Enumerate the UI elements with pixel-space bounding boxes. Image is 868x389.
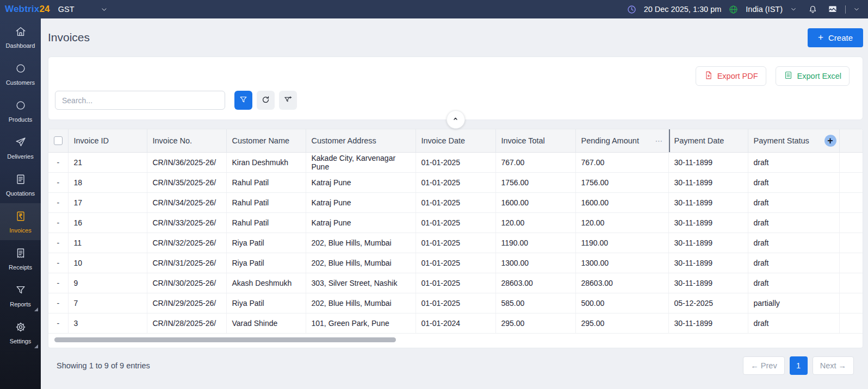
apply-filter-button[interactable] [234,91,252,110]
sidebar-item-invoices[interactable]: Invoices [0,203,41,240]
sidebar-item-customers[interactable]: Customers [0,55,41,92]
cell-invoice-total: 1756.00 [495,172,575,192]
cell-payment-date: 30-11-1899 [668,273,748,293]
org-selector-value: GST [58,5,75,14]
sidebar-item-settings[interactable]: Settings [0,314,41,351]
add-column-plus-icon[interactable]: + [824,135,836,147]
row-expander[interactable]: - [48,253,68,273]
search-input[interactable] [55,91,225,110]
sidebar-item-dashboard[interactable]: Dashboard [0,18,41,55]
row-expander[interactable]: - [48,233,68,253]
column-menu-dots-icon[interactable]: ⋯ [655,136,664,145]
cell-partial [839,253,863,273]
export-pdf-button[interactable]: Export PDF [696,66,766,86]
cell-invoice-date: 01-01-2025 [416,273,495,293]
cell-invoice-id: 16 [68,212,147,233]
table-row: - 18 CR/IN/35/2025-26/ Rahul Patil Katra… [48,172,863,192]
refresh-icon [261,95,270,106]
row-expander[interactable]: - [48,192,68,212]
cell-invoice-no: CR/IN/34/2025-26/ [147,192,226,212]
cell-invoice-date: 01-01-2025 [416,212,495,233]
row-expander[interactable]: - [48,293,68,313]
sidebar-item-label: Reports [10,301,31,308]
cell-invoice-no: CR/IN/30/2025-26/ [147,273,226,293]
cell-payment-status: draft [748,273,839,293]
cell-payment-status: draft [748,313,839,333]
horizontal-scrollbar-thumb[interactable] [54,337,396,342]
sidebar-item-label: Deliveries [7,153,33,160]
cell-payment-status: draft [748,192,839,212]
cell-invoice-total: 1300.00 [495,253,575,273]
sidebar-item-label: Invoices [9,227,31,234]
cell-payment-date: 30-11-1899 [668,313,748,333]
chevron-down-icon [100,5,108,14]
column-header-payment-date[interactable]: Payment Date [668,129,748,152]
table-row: - 21 CR/IN/36/2025-26/ Kiran Deshmukh Ka… [48,152,863,172]
invoice-table-body: - 21 CR/IN/36/2025-26/ Kiran Deshmukh Ka… [48,152,863,333]
cell-partial [839,313,863,333]
sidebar-item-label: Dashboard [6,42,35,49]
circle-icon [15,99,27,112]
account-menu-chevron-icon[interactable] [853,5,860,13]
export-excel-button[interactable]: Export Excel [776,66,850,86]
sidebar-item-deliveries[interactable]: Deliveries [0,129,41,166]
cell-customer-name: Rahul Patil [226,212,306,233]
cell-invoice-id: 10 [68,253,147,273]
main-content: Invoices + Create Export PDF Export Exce… [41,18,868,389]
current-page-button[interactable]: 1 [790,356,808,375]
region-selector-value[interactable]: India (IST) [746,5,783,14]
column-header-payment-status[interactable]: Payment Status + [748,129,839,152]
cell-invoice-date: 01-01-2025 [416,172,495,192]
select-all-checkbox[interactable] [54,136,63,145]
cell-invoice-date: 01-01-2025 [416,192,495,212]
refresh-button[interactable] [257,91,275,110]
funnel-icon [239,95,248,106]
column-header-invoice-total[interactable]: Invoice Total [495,129,575,152]
collapse-panel-button[interactable] [447,110,465,129]
cell-partial [839,233,863,253]
sidebar-item-products[interactable]: Products [0,92,41,129]
create-button[interactable]: + Create [808,28,863,47]
cell-invoice-no: CR/IN/31/2025-26/ [147,253,226,273]
cell-payment-date: 30-11-1899 [668,212,748,233]
table-row: - 11 CR/IN/32/2025-26/ Riya Patil 202, B… [48,233,863,253]
sidebar-item-receipts[interactable]: Receipts [0,240,41,277]
cell-pending-amount: 1300.00 [575,253,668,273]
column-header-invoice-no[interactable]: Invoice No. [147,129,226,152]
row-expander[interactable]: - [48,212,68,233]
cell-pending-amount: 500.00 [575,293,668,313]
cell-invoice-total: 767.00 [495,152,575,172]
cell-customer-address: Katraj Pune [306,212,416,233]
cell-partial [839,212,863,233]
cell-customer-name: Kiran Deshmukh [226,152,306,172]
prev-page-button[interactable]: ← Prev [743,356,784,375]
funnel-plus-icon [283,95,293,106]
sidebar-item-quotations[interactable]: Quotations [0,166,41,203]
cell-partial [839,192,863,212]
column-header-pending-amount[interactable]: Pending Amount ⋯ [575,129,668,152]
clock-icon [627,4,637,15]
cell-invoice-total: 1600.00 [495,192,575,212]
column-header-customer-address[interactable]: Customer Address [306,129,416,152]
sidebar-item-label: Products [9,116,32,123]
table-row: - 16 CR/IN/33/2025-26/ Rahul Patil Katra… [48,212,863,233]
row-expander[interactable]: - [48,152,68,172]
pdf-file-download-icon [704,71,713,81]
column-header-invoice-date[interactable]: Invoice Date [416,129,495,152]
sidebar-item-reports[interactable]: Reports [0,277,41,314]
advanced-filter-button[interactable] [279,91,297,110]
org-selector-dropdown[interactable]: GST [58,5,108,14]
chevron-down-icon[interactable] [790,5,797,13]
column-header-customer-name[interactable]: Customer Name [226,129,306,152]
row-expander[interactable]: - [48,313,68,333]
notifications-bell-icon[interactable] [808,4,818,15]
column-header-invoice-id[interactable]: Invoice ID [68,129,147,152]
cell-customer-name: Riya Patil [226,233,306,253]
user-avatar[interactable] [827,4,838,15]
cell-invoice-no: CR/IN/33/2025-26/ [147,212,226,233]
row-expander[interactable]: - [48,273,68,293]
next-page-button[interactable]: Next → [813,356,854,375]
table-row: - 10 CR/IN/31/2025-26/ Riya Patil 202, B… [48,253,863,273]
row-expander[interactable]: - [48,172,68,192]
cell-payment-date: 30-11-1899 [668,172,748,192]
